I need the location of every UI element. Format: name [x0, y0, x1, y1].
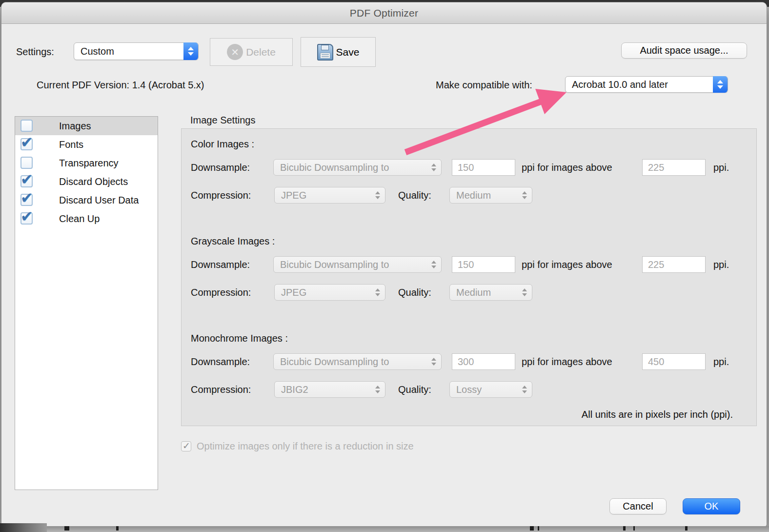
checkbox-icon[interactable]	[20, 157, 33, 169]
sidebar-item-discard-user-data[interactable]: Discard User Data	[15, 191, 158, 209]
downsample-method-dropdown[interactable]: Bicubic Downsampling to	[273, 159, 442, 176]
chevron-up-down-icon	[370, 187, 385, 204]
sidebar-category-label: Images	[59, 121, 91, 132]
chevron-up-down-icon	[517, 284, 532, 301]
ppi-threshold-text: ppi for images above	[522, 259, 612, 270]
compression-dropdown[interactable]: JBIG2	[274, 381, 385, 398]
sidebar-item-discard-objects[interactable]: Discard Objects	[15, 172, 158, 191]
compression-label: Compression:	[191, 384, 251, 395]
quality-dropdown[interactable]: Medium	[449, 284, 532, 301]
compression-value: JPEG	[281, 287, 306, 298]
optimize-images-checkbox-row[interactable]: Optimize images only if there is a reduc…	[181, 441, 414, 452]
downsample-method-dropdown[interactable]: Bicubic Downsampling to	[273, 353, 442, 370]
ppi-suffix: ppi.	[713, 162, 729, 173]
titlebar[interactable]: PDF Optimizer	[1, 2, 767, 24]
downsample-ppi-input[interactable]	[452, 256, 515, 273]
threshold-ppi-input[interactable]	[642, 353, 706, 370]
sidebar-category-label: Transparency	[59, 158, 119, 169]
settings-dropdown-value: Custom	[81, 46, 114, 57]
checkbox-icon[interactable]	[181, 441, 191, 451]
chevron-up-down-icon	[517, 187, 532, 204]
ok-button-label: OK	[705, 501, 719, 512]
quality-label: Quality:	[398, 384, 431, 395]
compression-dropdown[interactable]: JPEG	[274, 284, 385, 301]
image-settings-title: Image Settings	[190, 115, 255, 126]
save-button-label: Save	[336, 46, 360, 58]
compression-label: Compression:	[191, 287, 251, 298]
quality-value: Lossy	[456, 384, 482, 395]
ppi-suffix: ppi.	[713, 356, 729, 368]
audit-space-usage-label: Audit space usage...	[640, 45, 728, 56]
chevron-up-down-icon	[370, 381, 385, 398]
downsample-label: Downsample:	[191, 162, 250, 173]
checkbox-icon[interactable]	[20, 175, 33, 187]
downsample-ppi-input[interactable]	[452, 353, 515, 370]
settings-label: Settings:	[16, 46, 54, 58]
sidebar-category-label: Clean Up	[59, 213, 100, 225]
compatibility-dropdown-value: Acrobat 10.0 and later	[572, 79, 668, 90]
quality-label: Quality:	[398, 287, 431, 298]
chevron-up-down-icon	[426, 159, 441, 176]
downsample-label: Downsample:	[191, 356, 250, 368]
downsample-ppi-input[interactable]	[452, 159, 515, 176]
save-floppy-icon	[317, 44, 333, 61]
settings-category-list: Images Fonts Transparency Discard Object…	[15, 116, 158, 490]
audit-space-usage-button[interactable]: Audit space usage...	[621, 42, 747, 59]
make-compatible-label: Make compatible with:	[436, 80, 532, 91]
window-title: PDF Optimizer	[350, 7, 418, 19]
pdf-optimizer-dialog: PDF Optimizer Settings: Custom ✕ Delete …	[1, 2, 767, 527]
compression-value: JBIG2	[281, 384, 308, 395]
chevron-up-down-icon	[426, 256, 441, 273]
settings-dropdown[interactable]: Custom	[74, 42, 199, 60]
current-pdf-version-text: Current PDF Version: 1.4 (Acrobat 5.x)	[37, 80, 204, 91]
save-button[interactable]: Save	[301, 37, 376, 67]
checkbox-icon[interactable]	[20, 212, 33, 225]
compression-value: JPEG	[281, 190, 306, 201]
checkbox-icon[interactable]	[20, 194, 33, 206]
chevron-up-down-icon	[517, 381, 532, 398]
delete-button-label: Delete	[246, 46, 276, 58]
section-heading: Grayscale Images :	[191, 236, 275, 247]
optimize-images-label: Optimize images only if there is a reduc…	[197, 441, 414, 452]
delete-button[interactable]: ✕ Delete	[210, 38, 293, 66]
sidebar-category-label: Discard Objects	[59, 176, 128, 187]
sidebar-item-fonts[interactable]: Fonts	[15, 135, 158, 154]
downsample-method-value: Bicubic Downsampling to	[280, 356, 389, 368]
quality-label: Quality:	[398, 190, 431, 201]
quality-value: Medium	[456, 287, 491, 298]
checkbox-icon[interactable]	[20, 138, 33, 150]
chevron-up-down-icon	[370, 284, 385, 301]
image-settings-panel: All units are in pixels per inch (ppi). …	[181, 128, 757, 426]
ok-button[interactable]: OK	[683, 498, 740, 514]
downsample-method-value: Bicubic Downsampling to	[280, 259, 389, 270]
compression-label: Compression:	[191, 190, 251, 201]
threshold-ppi-input[interactable]	[642, 256, 706, 273]
sidebar-item-transparency[interactable]: Transparency	[15, 154, 158, 172]
compression-dropdown[interactable]: JPEG	[274, 187, 385, 204]
downsample-method-dropdown[interactable]: Bicubic Downsampling to	[273, 256, 442, 273]
cancel-button[interactable]: Cancel	[609, 498, 667, 514]
quality-dropdown[interactable]: Lossy	[449, 381, 532, 398]
cancel-button-label: Cancel	[623, 501, 653, 512]
ppi-threshold-text: ppi for images above	[522, 162, 612, 173]
ppi-threshold-text: ppi for images above	[522, 356, 612, 368]
section-heading: Monochrome Images :	[191, 333, 288, 344]
delete-x-icon: ✕	[227, 44, 243, 60]
checkbox-icon[interactable]	[20, 120, 33, 132]
quality-value: Medium	[456, 190, 491, 201]
chevron-up-down-icon	[183, 42, 198, 60]
chevron-up-down-icon	[713, 76, 728, 93]
sidebar-item-images[interactable]: Images	[15, 117, 158, 135]
quality-dropdown[interactable]: Medium	[449, 187, 532, 204]
threshold-ppi-input[interactable]	[642, 159, 706, 176]
sidebar-item-clean-up[interactable]: Clean Up	[15, 209, 158, 228]
ppi-suffix: ppi.	[713, 259, 729, 270]
sidebar-category-label: Discard User Data	[59, 195, 139, 206]
downsample-method-value: Bicubic Downsampling to	[280, 162, 389, 173]
sidebar-category-label: Fonts	[59, 139, 83, 150]
downsample-label: Downsample:	[191, 259, 250, 270]
background-behind-dialog	[0, 526, 769, 532]
compatibility-dropdown[interactable]: Acrobat 10.0 and later	[565, 76, 728, 93]
chevron-up-down-icon	[426, 353, 441, 370]
section-heading: Color Images :	[191, 139, 254, 150]
